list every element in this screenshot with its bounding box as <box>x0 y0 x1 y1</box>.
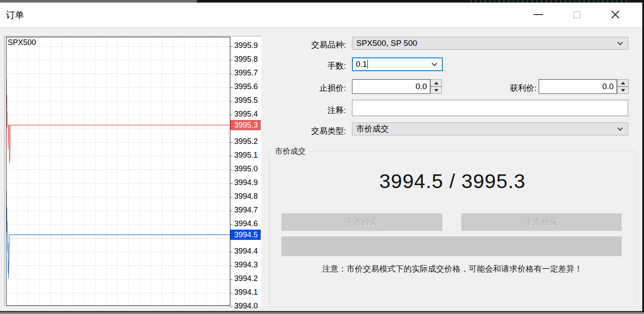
order-type-select[interactable]: 市价成交 <box>352 123 628 135</box>
arrow-up-icon <box>434 82 438 84</box>
volume-label: 手数: <box>257 60 346 72</box>
close-icon <box>611 10 620 19</box>
price-scale-tick <box>230 74 233 74</box>
take-profit-value: 0.0 <box>602 82 614 91</box>
price-scale-tick <box>230 87 233 88</box>
price-scale-label: 3995.8 <box>234 55 258 64</box>
price-scale-label: 3995.6 <box>234 82 258 91</box>
price-scale-tick <box>230 293 233 293</box>
minimize-button[interactable] <box>519 3 558 27</box>
price-scale-label: 3995.4 <box>234 110 258 119</box>
take-profit-increment-button[interactable] <box>617 79 629 87</box>
price-scale-tick <box>230 60 233 60</box>
price-scale: 3995.93995.83995.73995.63995.53995.43995… <box>230 37 261 306</box>
dialog-body: SPX500 3995.93995.83995.73995.63995.5399… <box>0 27 642 311</box>
chevron-down-icon[interactable] <box>617 126 623 131</box>
price-scale-tick <box>230 183 233 184</box>
price-scale-label: 3995.5 <box>234 96 258 105</box>
take-profit-label: 获利价: <box>447 83 537 94</box>
price-scale-label: 3994.1 <box>234 288 258 297</box>
window-controls <box>519 3 635 27</box>
price-scale-label: 3994.4 <box>234 247 258 256</box>
stop-loss-spinedit: 0.0 <box>352 79 442 94</box>
bid-price-badge: 3994.5 <box>230 230 261 240</box>
take-profit-decrement-button[interactable] <box>617 87 629 94</box>
comment-input[interactable] <box>352 100 628 116</box>
order-dialog: 订单 SPX500 3995.93995.83995 <box>0 3 644 312</box>
chart-symbol-label: SPX500 <box>8 38 37 47</box>
price-scale-tick <box>230 142 233 143</box>
bid-ask-quote: 3994.5 / 3995.3 <box>269 169 635 193</box>
take-profit-input[interactable]: 0.0 <box>539 79 617 94</box>
maximize-button[interactable] <box>558 3 596 27</box>
symbol-select[interactable]: SPX500, SP 500 <box>352 37 628 50</box>
maximize-icon <box>573 11 581 18</box>
price-scale-label: 3994.6 <box>234 219 258 228</box>
minimize-icon <box>534 14 543 15</box>
market-note: 注意：市价交易模式下的实际成交价格，可能会和请求价格有一定差异！ <box>269 263 635 275</box>
dialog-title: 订单 <box>6 9 24 21</box>
sell-by-market-button[interactable]: 于市价卖 <box>281 213 442 231</box>
stop-loss-increment-button[interactable] <box>430 79 442 87</box>
price-scale-label: 3994.8 <box>234 192 258 201</box>
price-scale-tick <box>230 197 233 197</box>
price-scale-tick <box>230 156 233 156</box>
price-scale-label: 3995.2 <box>234 137 258 146</box>
screen: 订单 SPX500 3995.93995.83995 <box>0 0 644 314</box>
chevron-down-icon[interactable] <box>617 40 623 45</box>
tick-chart-svg <box>6 37 230 306</box>
order-type-value: 市价成交 <box>356 123 389 135</box>
price-scale-label: 3994.3 <box>234 260 258 269</box>
price-scale-label: 3994.2 <box>234 274 258 283</box>
price-scale-tick <box>230 211 233 211</box>
price-scale-tick <box>230 46 233 47</box>
volume-combobox[interactable]: 0.1 <box>352 57 443 71</box>
price-scale-label: 3994.0 <box>234 302 258 311</box>
price-scale-tick <box>230 101 233 102</box>
price-scale-tick <box>230 279 233 280</box>
price-scale-tick <box>230 252 233 252</box>
text-caret <box>367 60 368 69</box>
tick-chart: SPX500 3995.93995.83995.73995.63995.5399… <box>4 36 261 306</box>
price-scale-label: 3994.7 <box>234 206 258 215</box>
title-bar: 订单 <box>0 3 642 27</box>
price-scale-label: 3994.9 <box>234 178 258 187</box>
stop-loss-input[interactable]: 0.0 <box>352 79 430 94</box>
close-button[interactable] <box>596 3 635 27</box>
arrow-up-icon <box>621 82 625 84</box>
background-window-bottom-strip <box>0 312 644 314</box>
order-type-label: 交易类型: <box>257 126 346 137</box>
comment-label: 注释: <box>257 105 346 116</box>
tick-chart-plot: SPX500 <box>6 37 230 306</box>
volume-value: 0.1 <box>356 60 367 69</box>
price-scale-tick <box>230 224 233 225</box>
price-scale-label: 3995.1 <box>234 151 258 160</box>
price-scale-tick <box>230 115 233 115</box>
price-scale-label: 3995.7 <box>234 69 258 78</box>
price-scale-label: 3995.9 <box>234 41 258 50</box>
stop-loss-label: 止损价: <box>257 83 346 94</box>
take-profit-spinedit: 0.0 <box>539 79 629 94</box>
price-scale-tick <box>230 266 233 266</box>
stop-loss-value: 0.0 <box>416 82 427 91</box>
price-scale-label: 3995.0 <box>234 164 258 173</box>
arrow-down-icon <box>434 89 438 92</box>
stop-loss-decrement-button[interactable] <box>430 87 442 94</box>
symbol-label: 交易品种: <box>257 39 346 51</box>
price-scale-tick <box>230 170 233 170</box>
symbol-value: SPX500, SP 500 <box>356 39 417 48</box>
stop-loss-spinner <box>430 79 442 94</box>
chevron-down-icon[interactable] <box>432 61 437 66</box>
arrow-down-icon <box>621 89 625 92</box>
take-profit-spinner <box>617 79 629 94</box>
market-execution-group: 市价成交 3994.5 / 3995.3 于市价卖 于市价买 注意：市价交易模式… <box>269 151 636 307</box>
group-title: 市价成交 <box>273 146 308 156</box>
ask-price-badge: 3995.3 <box>230 120 261 130</box>
disabled-action-bar[interactable] <box>281 236 622 256</box>
price-scale-tick <box>230 307 233 307</box>
buy-by-market-button[interactable]: 于市价买 <box>461 213 622 231</box>
